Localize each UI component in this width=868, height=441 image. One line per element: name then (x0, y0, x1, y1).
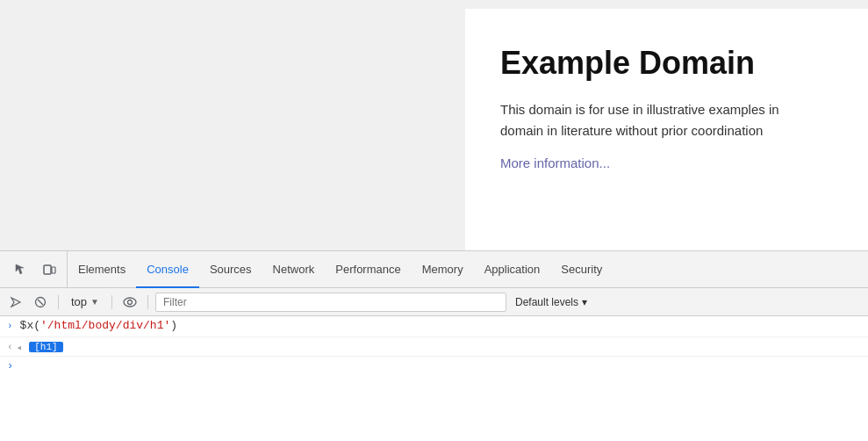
toolbar-divider-2 (111, 295, 112, 309)
element-picker-button[interactable] (9, 257, 33, 282)
tab-memory[interactable]: Memory (412, 252, 474, 288)
console-caret: › (7, 360, 13, 372)
svg-rect-0 (44, 265, 51, 274)
clear-console-button[interactable] (5, 292, 26, 313)
tab-sources[interactable]: Sources (199, 252, 262, 288)
default-levels-label: Default levels (515, 296, 578, 308)
svg-line-4 (38, 300, 43, 305)
toolbar-divider-1 (58, 295, 59, 309)
filter-input[interactable] (155, 293, 506, 312)
svg-point-6 (127, 300, 132, 304)
console-result-line: ‹ ◂ [h1] (0, 337, 868, 357)
console-expression-1: $x('/html/body/div/h1') (20, 319, 861, 332)
tab-elements[interactable]: Elements (68, 252, 136, 288)
more-info-link[interactable]: More information... (500, 155, 610, 170)
default-levels-dropdown[interactable]: Default levels ▾ (510, 294, 592, 310)
page-body: This domain is for use in illustrative e… (500, 99, 842, 141)
tab-console[interactable]: Console (136, 252, 199, 288)
svg-rect-1 (52, 267, 55, 273)
devtools-tabs-bar: Elements Console Sources Network Perform… (0, 251, 868, 288)
context-label: top (71, 295, 87, 308)
devtools-panel: Elements Console Sources Network Perform… (0, 250, 868, 441)
result-badge[interactable]: [h1] (29, 342, 62, 352)
context-dropdown-arrow: ▼ (90, 297, 99, 307)
tab-network[interactable]: Network (262, 252, 326, 288)
page-content: Example Domain This domain is for use in… (465, 9, 868, 250)
tab-security[interactable]: Security (550, 252, 613, 288)
console-toolbar: top ▼ Default levels ▾ (0, 288, 868, 316)
browser-viewport: Example Domain This domain is for use in… (0, 0, 868, 250)
eye-button[interactable] (119, 292, 140, 313)
stop-recording-button[interactable] (30, 292, 51, 313)
devtools-tab-list: Elements Console Sources Network Perform… (68, 251, 864, 287)
result-expand-arrow[interactable]: ‹ (7, 342, 13, 352)
console-left-arrow: ◂ (17, 340, 23, 353)
default-levels-arrow: ▾ (582, 296, 587, 308)
device-toolbar-button[interactable] (37, 257, 61, 282)
console-arrow-1: › (7, 319, 13, 331)
expression-text: $x('/html/body/div/h1') (20, 319, 177, 332)
svg-point-5 (124, 298, 136, 307)
tab-performance[interactable]: Performance (325, 252, 411, 288)
toolbar-divider-3 (147, 295, 148, 309)
page-title: Example Domain (500, 44, 842, 82)
svg-marker-2 (11, 298, 20, 307)
console-output: › $x('/html/body/div/h1') ‹ ◂ [h1] › (0, 316, 868, 441)
console-line-1: › $x('/html/body/div/h1') (0, 316, 868, 337)
devtools-icon-buttons (4, 251, 68, 287)
console-empty-line: › (0, 357, 868, 376)
context-selector[interactable]: top ▼ (66, 293, 104, 310)
tab-application[interactable]: Application (474, 252, 551, 288)
